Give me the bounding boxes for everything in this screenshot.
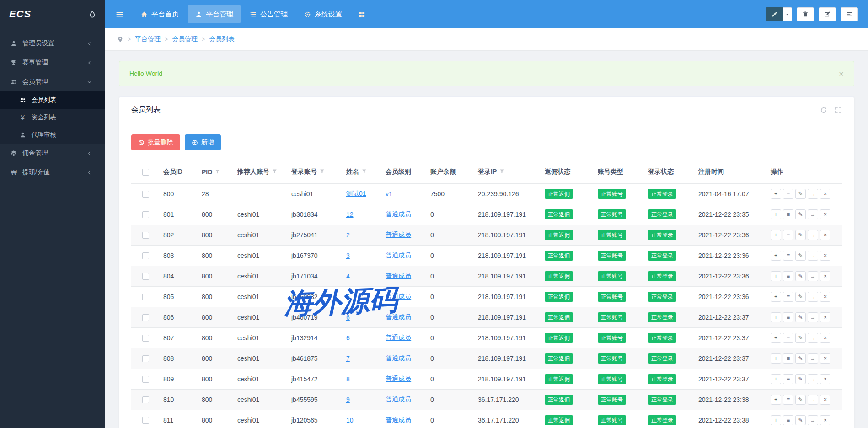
expand-icon[interactable]: [835, 107, 842, 114]
row-checkbox[interactable]: [142, 396, 149, 403]
action-close-button[interactable]: ×: [820, 189, 830, 199]
level-link[interactable]: 普通成员: [386, 334, 411, 341]
add-button[interactable]: 新增: [185, 134, 221, 150]
action-forward-button[interactable]: →: [808, 415, 818, 425]
name-link[interactable]: 9: [346, 396, 350, 403]
action-plus-button[interactable]: +: [771, 209, 781, 219]
sidebar-item[interactable]: 会员管理: [0, 72, 105, 91]
action-edit-button[interactable]: ✎: [795, 292, 806, 302]
name-link[interactable]: 7: [346, 355, 350, 362]
action-close-button[interactable]: ×: [820, 251, 830, 261]
action-plus-button[interactable]: +: [771, 312, 781, 322]
level-link[interactable]: 普通成员: [386, 210, 411, 218]
nav-item[interactable]: 平台管理: [188, 5, 241, 23]
level-link[interactable]: 普通成员: [386, 293, 411, 300]
row-checkbox[interactable]: [142, 376, 149, 383]
level-link[interactable]: 普通成员: [386, 416, 411, 423]
action-menu-button[interactable]: ≡: [783, 395, 793, 405]
refresh-icon[interactable]: [820, 107, 827, 114]
sidebar-subitem[interactable]: ¥资金列表: [0, 109, 105, 126]
action-menu-button[interactable]: ≡: [783, 189, 793, 199]
action-forward-button[interactable]: →: [808, 230, 818, 240]
action-edit-button[interactable]: ✎: [795, 395, 806, 405]
action-forward-button[interactable]: →: [808, 189, 818, 199]
action-plus-button[interactable]: +: [771, 189, 781, 199]
level-link[interactable]: 普通成员: [386, 354, 411, 362]
theme-button[interactable]: [766, 7, 783, 21]
action-menu-button[interactable]: ≡: [783, 209, 793, 219]
action-plus-button[interactable]: +: [771, 333, 781, 343]
action-plus-button[interactable]: +: [771, 415, 781, 425]
action-menu-button[interactable]: ≡: [783, 312, 793, 322]
row-checkbox[interactable]: [142, 273, 149, 280]
name-link[interactable]: 6: [346, 334, 350, 342]
action-forward-button[interactable]: →: [808, 209, 818, 219]
action-menu-button[interactable]: ≡: [783, 333, 793, 343]
action-close-button[interactable]: ×: [820, 395, 830, 405]
filter-icon[interactable]: [362, 169, 367, 174]
action-menu-button[interactable]: ≡: [783, 374, 793, 384]
nav-item[interactable]: 公告管理: [242, 5, 295, 23]
action-menu-button[interactable]: ≡: [783, 353, 793, 364]
action-edit-button[interactable]: ✎: [795, 312, 806, 322]
trash-button[interactable]: [797, 7, 814, 21]
level-link[interactable]: 普通成员: [386, 375, 411, 382]
breadcrumb-item[interactable]: 会员管理: [172, 35, 198, 43]
action-edit-button[interactable]: ✎: [795, 230, 806, 240]
action-close-button[interactable]: ×: [820, 209, 830, 219]
action-edit-button[interactable]: ✎: [795, 271, 806, 281]
nav-item[interactable]: 系统设置: [297, 5, 349, 23]
action-close-button[interactable]: ×: [820, 333, 830, 343]
name-link[interactable]: 2: [346, 231, 350, 239]
name-link[interactable]: 12: [346, 211, 354, 218]
level-link[interactable]: 普通成员: [386, 251, 411, 259]
action-plus-button[interactable]: +: [771, 230, 781, 240]
level-link[interactable]: 普通成员: [386, 272, 411, 279]
sidebar-subitem[interactable]: 会员列表: [0, 91, 105, 109]
filter-icon[interactable]: [499, 169, 504, 174]
filter-icon[interactable]: [320, 169, 325, 174]
action-plus-button[interactable]: +: [771, 271, 781, 281]
level-link[interactable]: 普通成员: [386, 231, 411, 238]
breadcrumb-item[interactable]: 平台管理: [135, 35, 161, 43]
sidebar-item[interactable]: 佣金管理: [0, 144, 105, 163]
action-close-button[interactable]: ×: [820, 353, 830, 364]
row-checkbox[interactable]: [142, 211, 149, 218]
action-forward-button[interactable]: →: [808, 312, 818, 322]
action-forward-button[interactable]: →: [808, 251, 818, 261]
name-link[interactable]: 4: [346, 273, 350, 280]
row-checkbox[interactable]: [142, 294, 149, 300]
level-link[interactable]: 普通成员: [386, 313, 411, 321]
action-edit-button[interactable]: ✎: [795, 189, 806, 199]
filter-icon[interactable]: [272, 169, 277, 174]
row-checkbox[interactable]: [142, 355, 149, 362]
action-forward-button[interactable]: →: [808, 292, 818, 302]
action-close-button[interactable]: ×: [820, 292, 830, 302]
action-close-button[interactable]: ×: [820, 312, 830, 322]
sidebar-subitem[interactable]: 代理审核: [0, 126, 105, 144]
nav-item-apps[interactable]: [351, 5, 373, 23]
action-forward-button[interactable]: →: [808, 374, 818, 384]
breadcrumb-item[interactable]: 会员列表: [209, 35, 235, 43]
action-edit-button[interactable]: ✎: [795, 209, 806, 219]
action-close-button[interactable]: ×: [820, 415, 830, 425]
action-close-button[interactable]: ×: [820, 271, 830, 281]
action-forward-button[interactable]: →: [808, 353, 818, 364]
action-edit-button[interactable]: ✎: [795, 353, 806, 364]
list-button[interactable]: [841, 7, 858, 21]
action-menu-button[interactable]: ≡: [783, 292, 793, 302]
action-edit-button[interactable]: ✎: [795, 374, 806, 384]
row-checkbox[interactable]: [142, 417, 149, 424]
sidebar-item[interactable]: 赛事管理: [0, 53, 105, 72]
action-plus-button[interactable]: +: [771, 374, 781, 384]
level-link[interactable]: v1: [386, 190, 392, 198]
row-checkbox[interactable]: [142, 191, 149, 198]
sidebar-item[interactable]: ₩提现/充值: [0, 163, 105, 182]
action-menu-button[interactable]: ≡: [783, 230, 793, 240]
action-menu-button[interactable]: ≡: [783, 271, 793, 281]
select-all-checkbox[interactable]: [142, 169, 149, 176]
name-link[interactable]: 6: [346, 314, 350, 321]
action-menu-button[interactable]: ≡: [783, 251, 793, 261]
action-edit-button[interactable]: ✎: [795, 415, 806, 425]
theme-dropdown-caret[interactable]: [783, 7, 792, 21]
